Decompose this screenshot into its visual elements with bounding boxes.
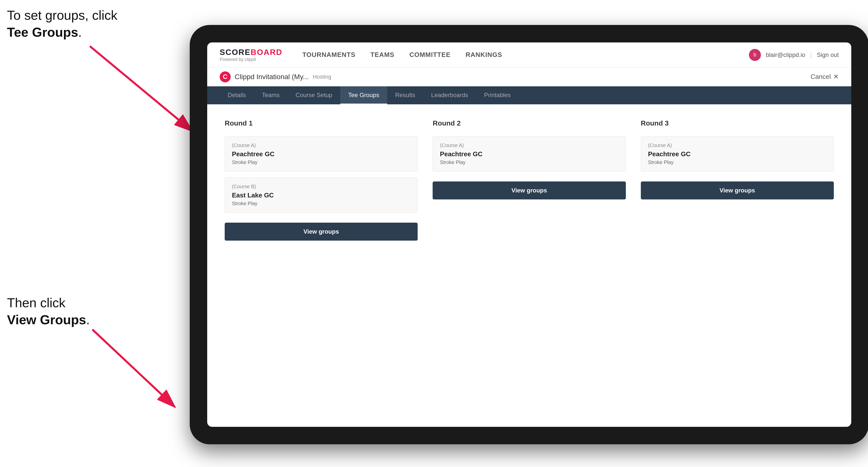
tablet-shell: SCOREBOARD Powered by clippit TOURNAMENT…	[190, 25, 868, 444]
tab-printables[interactable]: Printables	[476, 86, 519, 104]
round-3-course-a-card: (Course A) Peachtree GC Stroke Play	[641, 136, 834, 172]
instruction-bottom: Then click View Groups.	[7, 294, 90, 328]
nav-rankings[interactable]: RANKINGS	[466, 51, 502, 59]
tee-groups-bold: Tee Groups	[7, 25, 78, 39]
tab-teams[interactable]: Teams	[254, 86, 287, 104]
round-1-course-a-card: (Course A) Peachtree GC Stroke Play	[225, 136, 417, 172]
user-avatar: b	[749, 49, 761, 61]
tab-details[interactable]: Details	[220, 86, 254, 104]
svg-line-1	[90, 46, 192, 131]
tournament-header: C Clippd Invitational (My... Hosting Can…	[207, 67, 851, 86]
instruction-top-line1: To set groups, click	[7, 8, 117, 23]
nav-items: TOURNAMENTS TEAMS COMMITTEE RANKINGS	[302, 51, 749, 59]
rounds-grid: Round 1 (Course A) Peachtree GC Stroke P…	[225, 119, 834, 241]
cancel-button[interactable]: Cancel ✕	[811, 73, 839, 81]
instruction-bottom-line1: Then click	[7, 295, 65, 310]
user-email: blair@clippd.io	[766, 52, 805, 58]
hosting-badge: Hosting	[313, 74, 332, 80]
nav-tournaments[interactable]: TOURNAMENTS	[302, 51, 355, 59]
round-2-title: Round 2	[433, 119, 626, 127]
round-3-course-a-label: (Course A)	[648, 143, 827, 148]
nav-committee[interactable]: COMMITTEE	[409, 51, 451, 59]
sign-out-link[interactable]: Sign out	[817, 52, 839, 58]
round-1-course-a-label: (Course A)	[232, 143, 410, 148]
round-1-course-a-format: Stroke Play	[232, 159, 410, 165]
nav-right: b blair@clippd.io | Sign out	[749, 49, 839, 61]
round-1-course-b-label: (Course B)	[232, 184, 410, 189]
round-3-column: Round 3 (Course A) Peachtree GC Stroke P…	[641, 119, 834, 241]
round-1-course-a-name: Peachtree GC	[232, 150, 410, 158]
round-2-course-a-label: (Course A)	[440, 143, 618, 148]
svg-line-3	[92, 330, 175, 407]
round-3-view-groups-button[interactable]: View groups	[641, 182, 834, 199]
logo-text: SCOREBOARD	[220, 48, 282, 57]
top-nav: SCOREBOARD Powered by clippit TOURNAMENT…	[207, 42, 851, 67]
round-1-view-groups-button[interactable]: View groups	[225, 223, 417, 241]
logo-sub: Powered by clippit	[220, 57, 282, 62]
round-3-course-a-format: Stroke Play	[648, 159, 827, 165]
logo-area: SCOREBOARD Powered by clippit	[220, 48, 282, 62]
round-1-column: Round 1 (Course A) Peachtree GC Stroke P…	[225, 119, 417, 241]
arrow-to-view-groups	[85, 322, 190, 417]
tab-tee-groups[interactable]: Tee Groups	[340, 86, 387, 104]
round-3-title: Round 3	[641, 119, 834, 127]
instruction-top: To set groups, click Tee Groups.	[7, 7, 117, 41]
round-2-view-groups-button[interactable]: View groups	[433, 182, 626, 199]
nav-teams[interactable]: TEAMS	[370, 51, 395, 59]
round-1-title: Round 1	[225, 119, 417, 127]
tab-bar: Details Teams Course Setup Tee Groups Re…	[207, 86, 851, 104]
main-content: Round 1 (Course A) Peachtree GC Stroke P…	[207, 104, 851, 427]
tab-results[interactable]: Results	[387, 86, 423, 104]
tablet-screen: SCOREBOARD Powered by clippit TOURNAMENT…	[207, 42, 851, 427]
round-2-course-a-format: Stroke Play	[440, 159, 618, 165]
round-2-course-a-card: (Course A) Peachtree GC Stroke Play	[433, 136, 626, 172]
view-groups-bold: View Groups	[7, 312, 86, 327]
round-1-course-b-format: Stroke Play	[232, 201, 410, 207]
tournament-name-area: C Clippd Invitational (My... Hosting	[220, 71, 331, 82]
tournament-title: Clippd Invitational (My...	[235, 73, 309, 81]
tournament-icon: C	[220, 71, 231, 82]
tab-leaderboards[interactable]: Leaderboards	[423, 86, 476, 104]
round-1-course-b-card: (Course B) East Lake GC Stroke Play	[225, 178, 417, 213]
round-1-course-b-name: East Lake GC	[232, 191, 410, 199]
tab-course-setup[interactable]: Course Setup	[287, 86, 340, 104]
round-3-course-a-name: Peachtree GC	[648, 150, 827, 158]
round-2-course-a-name: Peachtree GC	[440, 150, 618, 158]
round-2-column: Round 2 (Course A) Peachtree GC Stroke P…	[433, 119, 626, 241]
